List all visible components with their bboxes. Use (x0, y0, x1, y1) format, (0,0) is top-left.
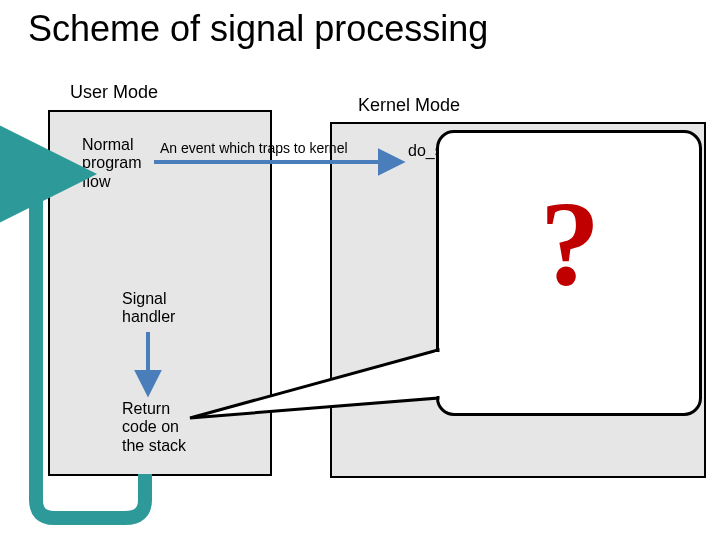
return-code-label: Return code on the stack (122, 400, 186, 455)
normal-program-flow-label: Normal program flow (82, 136, 142, 191)
event-trap-label: An event which traps to kernel (160, 140, 348, 156)
signal-handler-label: Signal handler (122, 290, 175, 327)
user-mode-label: User Mode (70, 82, 158, 103)
question-mark-icon: ? (540, 175, 600, 313)
kernel-mode-label: Kernel Mode (358, 95, 460, 116)
slide-title: Scheme of signal processing (28, 8, 488, 50)
